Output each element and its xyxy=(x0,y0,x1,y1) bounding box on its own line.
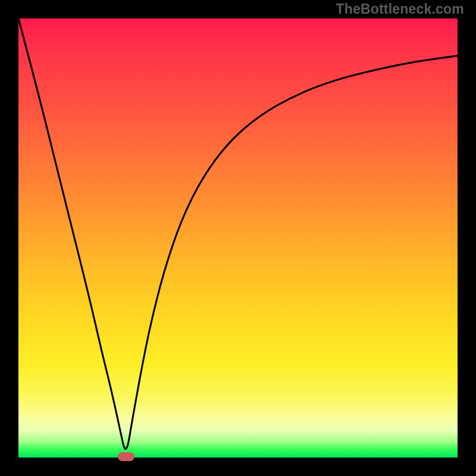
chart-frame: TheBottleneck.com xyxy=(0,0,476,476)
curve-svg xyxy=(18,18,458,458)
watermark-text: TheBottleneck.com xyxy=(336,1,464,17)
bottleneck-curve xyxy=(18,18,458,449)
plot-area xyxy=(18,18,458,458)
minimum-marker xyxy=(118,452,134,461)
